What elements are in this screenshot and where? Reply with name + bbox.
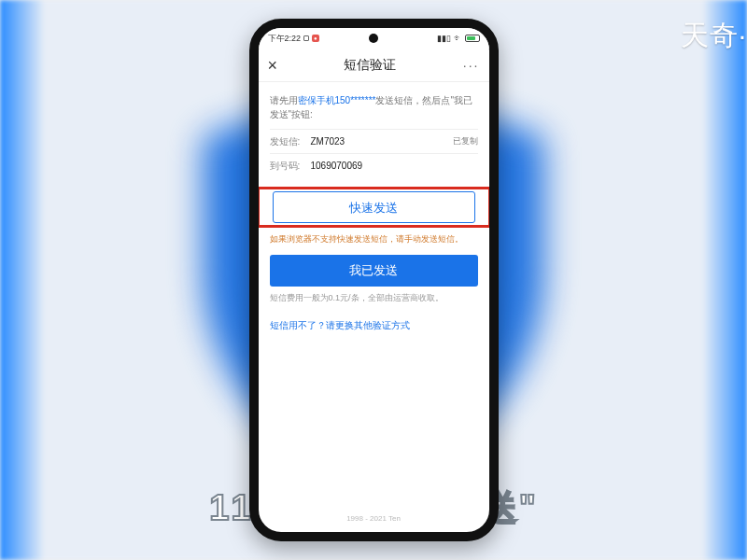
row-label-send: 发短信: [270,135,311,148]
content-area: 请先用密保手机150*******发送短信，然后点"我已发送"按钮: 发短信: … [259,82,489,332]
already-sent-button[interactable]: 我已发送 [270,255,478,287]
sms-number-row: 到号码: 1069070069 [270,153,478,177]
alt-verify-link[interactable]: 短信用不了？请更换其他验证方式 [270,319,410,332]
footer-copyright: 1998 - 2021 Ten [259,514,489,523]
copied-badge: 已复制 [453,135,478,147]
highlight-box: 快速发送 [257,187,491,228]
watermark-label: 天奇· [681,17,747,55]
camera-notch [369,34,378,43]
instruction-text: 请先用密保手机150*******发送短信，然后点"我已发送"按钮: [270,93,478,121]
record-icon: ● [312,35,319,42]
masked-phone: 密保手机150******* [298,95,376,105]
fee-hint: 短信费用一般为0.1元/条，全部由运营商收取。 [270,292,478,304]
row-label-to: 到号码: [270,160,311,173]
page-title: 短信验证 [344,57,396,74]
sms-number-value: 1069070069 [311,161,478,171]
battery-icon [465,35,480,42]
alarm-icon [303,35,309,41]
title-bar: × 短信验证 ··· [259,49,489,82]
more-icon[interactable]: ··· [463,58,480,73]
status-time: 下午2:22 [268,33,302,45]
quick-send-button[interactable]: 快速发送 [273,191,475,223]
sms-code-value: ZM7023 [311,136,453,147]
sms-code-row: 发短信: ZM7023 已复制 [270,129,478,153]
quick-send-hint: 如果浏览器不支持快速发送短信，请手动发送短信。 [270,233,478,245]
signal-icon: ▮▮▯ [437,34,451,43]
wifi-icon: ᯤ [454,34,462,43]
phone-frame: 下午2:22 ● ▮▮▯ ᯤ × 短信验证 ··· 请先用密保手机150****… [249,19,499,541]
close-icon[interactable]: × [268,57,278,74]
